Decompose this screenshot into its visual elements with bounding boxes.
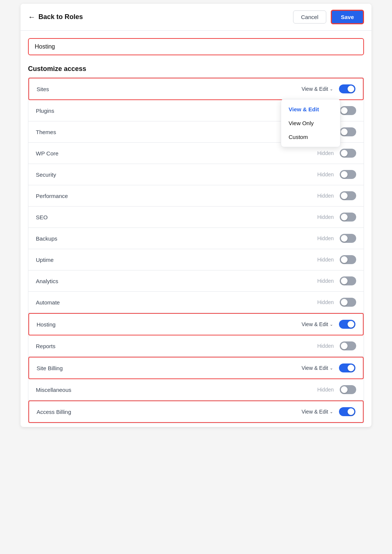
back-to-roles-label: Back to Roles (38, 13, 83, 21)
toggle-seo[interactable] (340, 213, 356, 222)
back-arrow-icon: ← (28, 13, 35, 21)
access-label-sites: Sites (37, 86, 49, 92)
dropdown-item-view-only[interactable]: View Only (281, 116, 340, 130)
toggle-track-miscellaneous (340, 385, 356, 394)
toggle-site-billing[interactable] (339, 363, 355, 372)
access-row-right-site-billing: View & Edit ⌄ (302, 363, 355, 372)
access-label-reports: Reports (36, 343, 56, 349)
access-label-site-billing: Site Billing (37, 365, 63, 371)
customize-section: Customize access Sites View & Edit ⌄ (21, 59, 371, 427)
toggle-performance[interactable] (340, 191, 356, 200)
access-label-backups: Backups (36, 235, 57, 242)
access-type-site-billing[interactable]: View & Edit ⌄ (302, 365, 333, 371)
toggle-hosting[interactable] (339, 320, 355, 329)
toggle-track-plugins (340, 106, 356, 115)
toggle-thumb-sites (348, 86, 354, 92)
access-row-right-reports: Hidden (317, 341, 356, 350)
toggle-thumb-plugins (341, 107, 348, 114)
toggle-uptime[interactable] (340, 255, 356, 264)
access-label-security: Security (36, 171, 56, 178)
toggle-security[interactable] (340, 170, 356, 179)
toggle-thumb-seo (341, 214, 348, 220)
access-type-performance: Hidden (317, 193, 334, 199)
toggle-plugins[interactable] (340, 106, 356, 115)
access-row-right-analytics: Hidden (317, 276, 356, 285)
toggle-reports[interactable] (340, 341, 356, 350)
access-type-uptime: Hidden (317, 257, 334, 263)
toggle-automate[interactable] (340, 298, 356, 307)
save-button[interactable]: Save (331, 10, 364, 24)
toggle-wp-core[interactable] (340, 149, 356, 158)
access-row-sites: Sites View & Edit ⌄ View & Edit Vie (28, 78, 364, 100)
toggle-thumb-uptime (341, 256, 348, 263)
access-label-uptime: Uptime (36, 257, 54, 263)
access-label-miscellaneous: Miscellaneous (36, 387, 71, 393)
access-row-right-sites: View & Edit ⌄ (302, 84, 355, 93)
toggle-thumb-access-billing (348, 408, 354, 415)
access-label-access-billing: Access Billing (37, 409, 71, 415)
access-row-automate: Automate Hidden (28, 292, 364, 313)
access-type-seo: Hidden (317, 214, 334, 220)
page-container: ← Back to Roles Cancel Save Customize ac… (21, 4, 371, 427)
access-label-seo: SEO (36, 214, 48, 220)
sites-dropdown-menu: View & Edit View Only Custom (281, 99, 340, 147)
toggle-thumb-themes (341, 129, 348, 135)
access-type-analytics: Hidden (317, 278, 334, 284)
toggle-miscellaneous[interactable] (340, 385, 356, 394)
toggle-thumb-miscellaneous (341, 386, 348, 393)
toggle-track-automate (340, 298, 356, 307)
toggle-track-sites (339, 84, 355, 93)
toggle-thumb-backups (341, 235, 348, 242)
access-label-themes: Themes (36, 129, 56, 135)
toggle-thumb-performance (341, 192, 348, 199)
access-list: Sites View & Edit ⌄ View & Edit Vie (28, 77, 364, 423)
access-row-right-themes (340, 127, 356, 136)
header-actions: Cancel Save (293, 10, 364, 24)
access-row-uptime: Uptime Hidden (28, 249, 364, 270)
access-row-right-backups: Hidden (317, 234, 356, 243)
dropdown-item-custom[interactable]: Custom (281, 130, 340, 144)
cancel-button[interactable]: Cancel (293, 10, 326, 24)
toggle-track-themes (340, 127, 356, 136)
header: ← Back to Roles Cancel Save (21, 4, 371, 31)
role-name-input[interactable] (28, 38, 364, 55)
toggle-track-analytics (340, 276, 356, 285)
toggle-sites[interactable] (339, 84, 355, 93)
access-type-sites[interactable]: View & Edit ⌄ (302, 86, 333, 92)
chevron-down-icon-sites: ⌄ (330, 87, 333, 92)
access-row-seo: SEO Hidden (28, 207, 364, 228)
access-label-automate: Automate (36, 299, 60, 306)
toggle-themes[interactable] (340, 127, 356, 136)
access-type-backups: Hidden (317, 235, 334, 241)
access-type-hosting[interactable]: View & Edit ⌄ (302, 321, 333, 327)
access-row-security: Security Hidden (28, 164, 364, 185)
toggle-thumb-wp-core (341, 150, 348, 157)
access-row-right-plugins (340, 106, 356, 115)
toggle-thumb-security (341, 171, 348, 178)
access-row-access-billing: Access Billing View & Edit ⌄ (28, 400, 364, 423)
toggle-thumb-automate (341, 299, 348, 306)
access-label-hosting: Hosting (37, 321, 56, 328)
back-to-roles-link[interactable]: ← Back to Roles (28, 13, 83, 21)
role-name-section (21, 31, 371, 59)
access-type-wp-core: Hidden (317, 150, 334, 156)
dropdown-item-view-edit[interactable]: View & Edit (281, 102, 340, 116)
access-type-label-sites: View & Edit (302, 86, 328, 92)
toggle-track-hosting (339, 320, 355, 329)
access-type-reports: Hidden (317, 343, 334, 349)
access-type-label-hosting: View & Edit (302, 321, 328, 327)
toggle-thumb-site-billing (348, 365, 354, 371)
access-row-hosting: Hosting View & Edit ⌄ (28, 313, 364, 335)
toggle-track-seo (340, 213, 356, 222)
chevron-down-icon-hosting: ⌄ (330, 322, 333, 327)
toggle-track-access-billing (339, 407, 355, 416)
toggle-access-billing[interactable] (339, 407, 355, 416)
access-label-plugins: Plugins (36, 108, 54, 114)
toggle-analytics[interactable] (340, 276, 356, 285)
access-row-miscellaneous: Miscellaneous Hidden (28, 379, 364, 400)
access-type-access-billing[interactable]: View & Edit ⌄ (302, 409, 333, 415)
access-row-right-miscellaneous: Hidden (317, 385, 356, 394)
access-row-right-seo: Hidden (317, 213, 356, 222)
toggle-backups[interactable] (340, 234, 356, 243)
customize-title: Customize access (28, 65, 364, 73)
